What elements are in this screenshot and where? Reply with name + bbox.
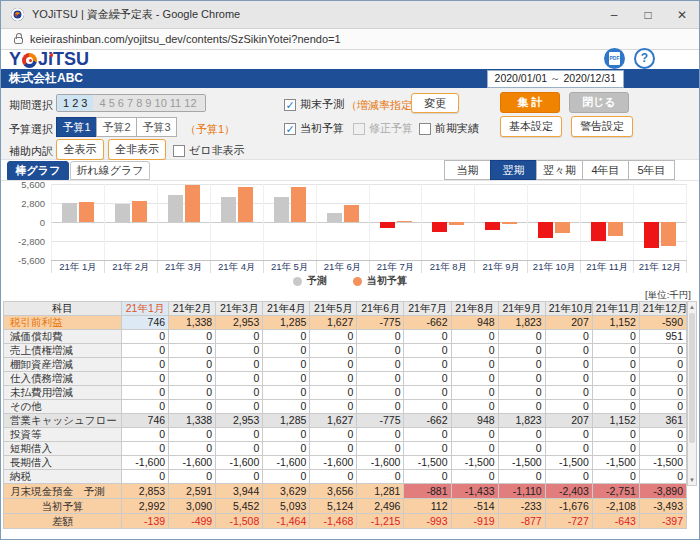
value-cell[interactable]: -514 bbox=[451, 499, 498, 514]
value-cell[interactable]: -1,508 bbox=[216, 514, 263, 529]
value-cell[interactable]: 0 bbox=[169, 344, 216, 358]
value-cell[interactable]: 0 bbox=[498, 470, 545, 484]
value-cell[interactable]: 0 bbox=[263, 358, 310, 372]
value-cell[interactable]: -643 bbox=[592, 514, 639, 529]
value-cell[interactable]: 0 bbox=[545, 344, 592, 358]
value-cell[interactable]: 0 bbox=[451, 372, 498, 386]
value-cell[interactable]: 3,656 bbox=[310, 484, 357, 499]
value-cell[interactable]: 0 bbox=[404, 386, 451, 400]
row-label[interactable]: 納税 bbox=[4, 470, 122, 484]
value-cell[interactable]: 0 bbox=[310, 358, 357, 372]
value-cell[interactable]: 0 bbox=[545, 330, 592, 344]
value-cell[interactable]: 1,152 bbox=[592, 414, 639, 428]
value-cell[interactable]: -1,500 bbox=[592, 456, 639, 470]
value-cell[interactable]: 0 bbox=[545, 386, 592, 400]
budget1-button[interactable]: 予算1 bbox=[56, 117, 97, 137]
value-cell[interactable]: 1,627 bbox=[310, 414, 357, 428]
maximize-button[interactable]: □ bbox=[631, 8, 665, 22]
previous-results-checkbox[interactable]: 前期実績 bbox=[419, 121, 479, 136]
value-cell[interactable]: -139 bbox=[122, 514, 169, 529]
value-cell[interactable]: 0 bbox=[263, 400, 310, 414]
value-cell[interactable]: 0 bbox=[404, 330, 451, 344]
value-cell[interactable]: 0 bbox=[545, 428, 592, 442]
tab-bar-graph[interactable]: 棒グラフ bbox=[7, 161, 69, 180]
value-cell[interactable]: 0 bbox=[169, 400, 216, 414]
value-cell[interactable]: 5,452 bbox=[216, 499, 263, 514]
budget2-button[interactable]: 予算2 bbox=[96, 117, 137, 137]
row-label[interactable]: 当初予算 bbox=[4, 499, 122, 514]
value-cell[interactable]: 5,124 bbox=[310, 499, 357, 514]
value-cell[interactable]: 0 bbox=[310, 386, 357, 400]
value-cell[interactable]: -2,108 bbox=[592, 499, 639, 514]
value-cell[interactable]: 0 bbox=[216, 400, 263, 414]
value-cell[interactable]: 0 bbox=[357, 428, 404, 442]
value-cell[interactable]: 0 bbox=[451, 470, 498, 484]
value-cell[interactable]: 3,090 bbox=[169, 499, 216, 514]
row-label[interactable]: 未払費用増減 bbox=[4, 386, 122, 400]
value-cell[interactable]: 0 bbox=[169, 442, 216, 456]
value-cell[interactable]: 0 bbox=[310, 470, 357, 484]
value-cell[interactable]: 0 bbox=[451, 386, 498, 400]
value-cell[interactable]: 0 bbox=[122, 428, 169, 442]
value-cell[interactable]: -1,600 bbox=[263, 456, 310, 470]
value-cell[interactable]: -727 bbox=[545, 514, 592, 529]
value-cell[interactable]: -1,110 bbox=[498, 484, 545, 499]
value-cell[interactable]: 0 bbox=[216, 344, 263, 358]
value-cell[interactable]: 0 bbox=[216, 372, 263, 386]
value-cell[interactable]: 0 bbox=[357, 358, 404, 372]
pdf-export-icon[interactable]: PDF bbox=[604, 48, 625, 69]
value-cell[interactable]: -1,500 bbox=[639, 456, 686, 470]
value-cell[interactable]: 0 bbox=[404, 358, 451, 372]
value-cell[interactable]: 0 bbox=[216, 386, 263, 400]
value-cell[interactable]: 0 bbox=[169, 372, 216, 386]
value-cell[interactable]: 0 bbox=[592, 372, 639, 386]
value-cell[interactable]: 2,591 bbox=[169, 484, 216, 499]
row-label[interactable]: 長期借入 bbox=[4, 456, 122, 470]
value-cell[interactable]: -1,215 bbox=[357, 514, 404, 529]
value-cell[interactable]: 0 bbox=[357, 470, 404, 484]
row-label[interactable]: 短期借入 bbox=[4, 442, 122, 456]
value-cell[interactable]: 0 bbox=[357, 372, 404, 386]
value-cell[interactable]: 0 bbox=[498, 372, 545, 386]
value-cell[interactable]: 0 bbox=[498, 344, 545, 358]
show-all-button[interactable]: 全表示 bbox=[56, 139, 104, 160]
value-cell[interactable]: 0 bbox=[498, 358, 545, 372]
value-cell[interactable]: 0 bbox=[263, 372, 310, 386]
value-cell[interactable]: 1,152 bbox=[592, 316, 639, 330]
value-cell[interactable]: 0 bbox=[310, 330, 357, 344]
value-cell[interactable]: -1,500 bbox=[545, 456, 592, 470]
period-tab-3[interactable]: 4年目 bbox=[582, 160, 629, 180]
value-cell[interactable]: 0 bbox=[498, 428, 545, 442]
value-cell[interactable]: 0 bbox=[498, 386, 545, 400]
value-cell[interactable]: 0 bbox=[639, 400, 686, 414]
value-cell[interactable]: -397 bbox=[639, 514, 686, 529]
table-scrollbar[interactable]: ▲ ▼ bbox=[687, 301, 697, 486]
value-cell[interactable]: 0 bbox=[263, 344, 310, 358]
value-cell[interactable]: -1,600 bbox=[310, 456, 357, 470]
value-cell[interactable]: 2,953 bbox=[216, 316, 263, 330]
value-cell[interactable]: 0 bbox=[122, 330, 169, 344]
value-cell[interactable]: 112 bbox=[404, 499, 451, 514]
basic-settings-button[interactable]: 基本設定 bbox=[500, 116, 562, 137]
value-cell[interactable]: 0 bbox=[639, 386, 686, 400]
value-cell[interactable]: 0 bbox=[451, 358, 498, 372]
row-label[interactable]: 売上債権増減 bbox=[4, 344, 122, 358]
revised-budget-checkbox[interactable]: 修正予算 bbox=[353, 121, 413, 136]
value-cell[interactable]: -233 bbox=[498, 499, 545, 514]
value-cell[interactable]: 0 bbox=[639, 442, 686, 456]
value-cell[interactable]: -1,676 bbox=[545, 499, 592, 514]
value-cell[interactable]: 3,944 bbox=[216, 484, 263, 499]
period-tab-2[interactable]: 翌々期 bbox=[536, 160, 583, 180]
value-cell[interactable]: 2,992 bbox=[122, 499, 169, 514]
value-cell[interactable]: -1,600 bbox=[216, 456, 263, 470]
hide-zero-checkbox[interactable]: ゼロ非表示 bbox=[173, 143, 245, 158]
value-cell[interactable]: 0 bbox=[310, 400, 357, 414]
value-cell[interactable]: 1,823 bbox=[498, 414, 545, 428]
value-cell[interactable]: -1,600 bbox=[169, 456, 216, 470]
scrollbar-thumb[interactable] bbox=[689, 313, 695, 443]
value-cell[interactable]: 0 bbox=[169, 470, 216, 484]
value-cell[interactable]: 0 bbox=[122, 358, 169, 372]
value-cell[interactable]: -1,500 bbox=[498, 456, 545, 470]
row-label[interactable]: 営業キャッシュフロー bbox=[4, 414, 122, 428]
value-cell[interactable]: 3,629 bbox=[263, 484, 310, 499]
